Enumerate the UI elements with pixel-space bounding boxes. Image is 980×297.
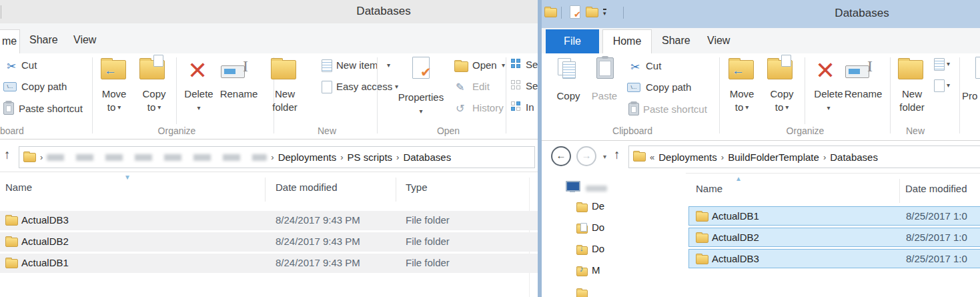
tab-view[interactable]: View (73, 34, 96, 46)
rename-label: Rename (215, 87, 263, 100)
file-date: 8/25/2017 1:0 (906, 253, 967, 264)
sidebar-item-documents[interactable]: Do (592, 222, 608, 233)
file-row[interactable]: ActualDB1 8/24/2017 9:43 PM File folder (0, 254, 538, 273)
move-to-arrow-icon: ← (104, 63, 117, 78)
qat-properties-check-icon: ✔ (574, 9, 581, 19)
explorer-window-left: Databases me Share View ✂ Cut \... Copy … (0, 0, 538, 297)
organize-group-label: Organize (130, 125, 223, 136)
paste-icon (596, 57, 614, 79)
open-icon (454, 61, 468, 72)
sort-descending-icon: ▼ (124, 174, 131, 181)
properties-label: Properties (398, 91, 444, 103)
column-separator[interactable] (265, 178, 266, 202)
copy-to-label2: to (147, 101, 156, 113)
delete-icon: ✕ (815, 59, 835, 83)
file-type: File folder (406, 214, 450, 226)
cut-button[interactable]: Cut (646, 60, 661, 71)
easy-access-icon (934, 79, 945, 92)
move-to-caret-icon: ▾ (745, 101, 749, 113)
column-header-name[interactable]: Name (5, 182, 32, 193)
breadcrumb-item[interactable]: Databases (403, 152, 451, 163)
breadcrumb-overflow-icon[interactable]: « (650, 152, 654, 162)
column-header-date[interactable]: Date modified (276, 182, 338, 193)
cut-button[interactable]: Cut (21, 59, 37, 71)
move-to-label2: to (735, 101, 744, 113)
tab-file[interactable]: File (546, 29, 599, 53)
sidebar-item-desktop[interactable]: De (592, 200, 608, 212)
new-item-icon (322, 59, 332, 72)
file-row-selected[interactable]: ActualDB2 8/25/2017 1:0 (688, 228, 980, 247)
file-row-selected[interactable]: ActualDB1 8/25/2017 1:0 (688, 206, 980, 226)
sidebar-item-downloads[interactable]: Do (592, 243, 608, 254)
up-button[interactable]: ↑ (4, 147, 11, 162)
sidebar-item-music[interactable]: M (592, 264, 608, 276)
this-pc-icon[interactable] (566, 181, 580, 192)
rename-label: Rename (838, 87, 889, 100)
easy-access-icon (322, 81, 332, 93)
copy-to-label: Copy (763, 87, 801, 100)
title-bar[interactable]: ✔ ▾ Databases (542, 0, 980, 28)
desktop-folder-icon[interactable] (576, 204, 588, 212)
qat-folder-icon[interactable] (544, 8, 557, 17)
rename-ibeam-icon: I (867, 57, 873, 75)
recent-locations-caret-icon[interactable]: ▾ (603, 153, 606, 160)
paste-shortcut-button[interactable]: Paste shortcut (643, 103, 707, 115)
tab-view[interactable]: View (707, 35, 730, 47)
breadcrumb-item[interactable]: Databases (830, 152, 878, 163)
column-header-name[interactable]: Name (696, 183, 722, 194)
up-button[interactable]: ↑ (614, 147, 620, 162)
new-group-label: New (287, 125, 367, 136)
qat-folder-icon[interactable] (586, 8, 598, 17)
file-date: 8/25/2017 1:0 (906, 232, 967, 243)
delete-label: Delete (179, 87, 219, 100)
file-date: 8/24/2017 9:43 PM (276, 236, 360, 247)
move-to-arrow-icon: ← (732, 63, 745, 78)
new-folder-label2: folder (893, 101, 931, 113)
copy-path-button[interactable]: Copy path (646, 81, 691, 93)
file-row-selected[interactable]: ActualDB3 8/25/2017 1:0 (688, 249, 980, 268)
address-bar[interactable]: « Deployments › BuildFolderTemplate › Da… (628, 145, 980, 168)
folder-icon (696, 234, 708, 243)
file-row[interactable]: ActualDB2 8/24/2017 9:43 PM File folder (0, 232, 538, 252)
breadcrumb-item[interactable]: BuildFolderTemplate (728, 152, 819, 163)
paste-shortcut-button[interactable]: Paste shortcut (19, 103, 83, 114)
back-button[interactable]: ← (551, 146, 571, 166)
qat-customize-caret-icon[interactable]: ▾ (603, 9, 606, 16)
column-header-date[interactable]: Date modified (905, 183, 967, 194)
properties-icon (975, 57, 980, 79)
rename-icon (845, 65, 869, 78)
history-label: History (472, 102, 504, 113)
history-icon: ↺ (456, 102, 464, 115)
tab-home[interactable]: me (0, 29, 20, 54)
file-name: ActualDB3 (21, 214, 69, 226)
sidebar-folder-icon[interactable] (576, 290, 588, 297)
file-name: ActualDB1 (21, 257, 69, 268)
new-item-icon (934, 58, 945, 71)
copy-path-button[interactable]: Copy path (21, 81, 67, 92)
breadcrumb-item[interactable]: Deployments (658, 152, 717, 163)
move-to-label: Move (723, 87, 761, 100)
ribbon-tab-strip: File Home Share View (542, 28, 980, 53)
copy-label: Copy (551, 89, 586, 102)
folder-icon (696, 255, 708, 264)
qat-separator-remnant (1, 5, 1, 19)
column-separator[interactable] (899, 179, 900, 203)
group-separator (719, 57, 720, 133)
forward-button[interactable]: → (576, 146, 596, 166)
tab-home[interactable]: Home (602, 29, 652, 54)
breadcrumb-chevron-icon: › (721, 152, 724, 162)
column-separator[interactable] (396, 178, 396, 202)
ribbon: Copy Paste ✂ Cut \... Copy path Paste sh… (542, 53, 980, 141)
edit-icon: ✎ (456, 81, 464, 93)
tab-share[interactable]: Share (29, 34, 58, 46)
tab-share[interactable]: Share (662, 35, 690, 47)
screenshot: Databases me Share View ✂ Cut \... Copy … (0, 0, 980, 297)
title-bar[interactable]: Databases (0, 0, 538, 24)
properties-label: Pro (962, 90, 977, 101)
breadcrumb-item[interactable]: PS scripts (348, 152, 393, 163)
file-row[interactable]: ActualDB3 8/24/2017 9:43 PM File folder (0, 211, 538, 230)
column-header-type[interactable]: Type (406, 182, 428, 193)
breadcrumb-item[interactable]: Deployments (278, 152, 337, 163)
documents-page-icon (580, 223, 587, 232)
address-bar[interactable]: › › Deployments › PS scripts › Databases (19, 146, 535, 168)
